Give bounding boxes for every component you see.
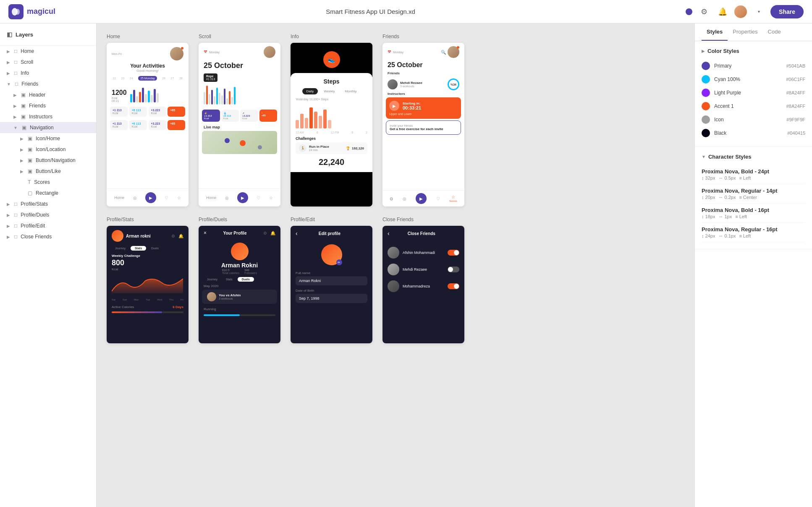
steps-title: Steps [296,78,367,85]
canvas: Home Mon-Fri Your Activities Good mornin… [97,24,694,507]
layer-header[interactable]: ▶ ▣ Header [0,89,96,100]
char-spacing-3: ↔ 1px [718,214,732,219]
layer-label: Button/Like [36,168,61,174]
char-align-3: ≡ Left [735,214,747,219]
tab-daily[interactable]: Daily [302,88,318,94]
main-layout: ◧ Layers ▶ □ Home ▶ □ Scroll ▶ □ Info ▼ … [0,24,812,507]
nav-home[interactable]: Home [114,196,124,200]
page-icon: □ [14,48,17,54]
layer-friends-sub[interactable]: ▶ ▣ Friends [0,100,96,111]
logo[interactable]: magicul [8,4,55,19]
info-frame-group: Info 👟 Steps Dail [291,34,372,206]
share-button[interactable]: Share [770,5,804,18]
info-frame[interactable]: 👟 Steps Daily Weekly Monthly [291,43,372,206]
chevron-icon: ▶ [7,224,10,228]
layer-friends[interactable]: ▼ □ Friends [0,78,96,89]
color-name-light-purple: Light Purple [714,90,782,96]
color-swatch-cyan [702,75,710,84]
svg-point-1 [16,9,20,15]
layer-scores[interactable]: T Scores [0,177,96,188]
layer-home[interactable]: ▶ □ Home [0,46,96,57]
layer-profile-duels[interactable]: ▶ □ Profile/Duels [0,209,96,220]
avatar[interactable] [734,5,747,18]
tab-properties[interactable]: Properties [728,24,762,41]
char-spacing-4: ↔ 0.1px [718,233,736,238]
color-name-icon: Icon [714,117,782,123]
right-panel: Styles Properties Code ▶ Color Styles Pr… [694,24,812,507]
nav-star[interactable]: ☆ [177,196,181,200]
home-frame[interactable]: Mon-Fri Your Activities Good morning! 22… [107,43,189,206]
char-style-4: Proxima Nova, Regular - 16pt ↕ 24px ↔ 0.… [702,223,805,242]
layer-info[interactable]: ▶ □ Info [0,68,96,78]
tab-monthly[interactable]: Monthly [341,88,361,94]
color-hex-primary: #5041AB [786,63,805,68]
tab-code[interactable]: Code [763,24,786,41]
folder-icon: ▣ [28,146,32,152]
play-button[interactable]: ▶ [145,192,156,203]
folder-icon: ▣ [21,92,26,98]
layer-button-nav[interactable]: ▶ ▣ Button/Navigation [0,155,96,166]
layer-close-friends[interactable]: ▶ □ Close Friends [0,231,96,242]
page-icon: □ [14,59,17,65]
color-styles-header: ▶ Color Styles [702,48,805,54]
layer-instructors[interactable]: ▶ ▣ Instructors [0,111,96,122]
char-style-2: Proxima Nova, Regular - 14pt ↕ 20px ↔ 0.… [702,184,805,204]
layer-icon-home[interactable]: ▶ ▣ Icon/Home [0,133,96,144]
layer-scroll[interactable]: ▶ □ Scroll [0,57,96,68]
bell-icon[interactable]: 🔔 [716,5,729,18]
layers-header[interactable]: ◧ Layers [0,28,96,41]
color-chevron-icon[interactable]: ▶ [702,49,705,53]
layer-label: Friends [29,103,46,109]
color-hex-icon: #9F9F9F [786,117,805,122]
page-icon: □ [14,223,17,229]
color-swatch-primary [702,62,710,70]
layer-profile-edit[interactable]: ▶ □ Profile/Edit [0,220,96,231]
char-size-3: ↕ 18px [702,214,715,219]
color-name-primary: Primary [714,63,782,69]
chevron-icon: ▶ [7,202,10,206]
page-icon: □ [15,81,18,87]
char-style-meta-1: ↕ 32px ↔ 0.5px ≡ Left [702,175,805,180]
color-name-black: Black [714,130,783,136]
profile-duels-frame[interactable]: × Your Profile ⚙ 🔔 Arman Rokni [199,226,280,343]
layer-label: Navigation [30,125,54,131]
layer-icon-location[interactable]: ▶ ▣ Icon/Location [0,144,96,155]
text-icon: T [28,179,31,185]
layer-label: Header [29,92,45,98]
friends-frame[interactable]: 📅Monday 🔍 25 October [382,43,464,206]
layers-title: Layers [16,31,33,38]
profile-stats-frame[interactable]: Arman rokni ⚙ 🔔 Journey Stats Duels [107,226,189,343]
color-swatch-accent1 [702,102,710,110]
layer-label: Icon/Location [36,146,65,152]
close-friends-frame[interactable]: ‹ Close Friends Afshin Mohammadi [382,226,464,343]
color-swatch-light-purple [702,89,710,97]
nav-heart[interactable]: ♡ [165,196,168,200]
tab-weekly[interactable]: Weekly [320,88,339,94]
nav-loc[interactable]: ◎ [133,196,137,200]
scroll-frame[interactable]: 📅Monday 25 October Rope #1 213 [199,43,280,206]
layer-button-like[interactable]: ▶ ▣ Button/Like [0,166,96,177]
chevron-icon: ▶ [7,235,10,239]
status-dot [686,8,692,15]
char-size-2: ↕ 20px [702,195,715,200]
frames-row-1: Home Mon-Fri Your Activities Good mornin… [107,34,684,206]
layer-navigation[interactable]: ▼ ▣ Navigation [0,122,96,133]
char-chevron-icon[interactable]: ▼ [702,154,706,159]
char-align-2: ≡ Center [739,195,757,200]
layer-label: Friends [21,81,38,87]
right-tabs: Styles Properties Code [695,24,812,41]
layer-rectangle[interactable]: ▢ Rectangle [0,188,96,199]
friends-frame-group: Friends 📅Monday 🔍 [382,34,464,206]
profile-edit-frame[interactable]: ‹ Edit profile ✏ Full name [291,226,372,343]
tab-styles[interactable]: Styles [702,24,728,41]
layers-section: ◧ Layers [0,24,96,46]
layer-profile-stats[interactable]: ▶ □ Profile/Stats [0,199,96,209]
char-style-name-2: Proxima Nova, Regular - 14pt [702,188,805,194]
page-icon: □ [14,212,17,218]
home-label: Home [107,34,189,39]
settings-icon[interactable]: ⚙ [697,5,711,18]
color-light-purple: Light Purple #8A24FF [702,86,805,99]
dropdown-icon[interactable]: ▾ [752,5,765,18]
home-frame-group: Home Mon-Fri Your Activities Good mornin… [107,34,189,206]
profile-edit-group: Profile/Edit ‹ Edit profile ✏ [291,217,372,343]
